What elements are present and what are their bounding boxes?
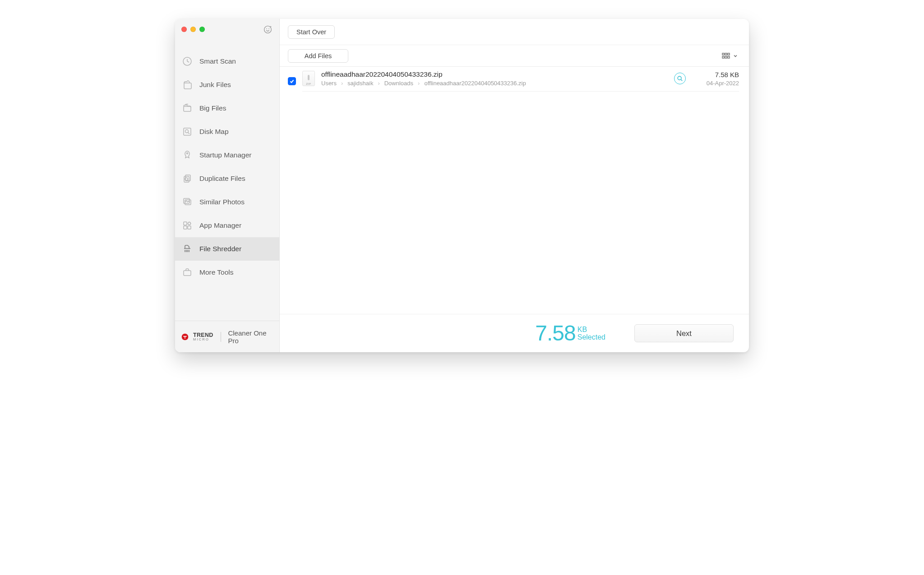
start-over-button[interactable]: Start Over (288, 25, 335, 39)
sidebar-item-label: Duplicate Files (199, 175, 245, 183)
next-button[interactable]: Next (634, 324, 734, 342)
svg-rect-17 (184, 271, 191, 276)
crumb: Users (321, 80, 337, 87)
list-toolbar: Add Files (280, 45, 749, 67)
file-size: 7.58 KB (692, 71, 739, 78)
sidebar-item-label: Startup Manager (199, 151, 251, 159)
view-mode-toggle[interactable] (719, 51, 741, 61)
svg-rect-15 (188, 226, 191, 229)
product-name: Cleaner One Pro (228, 329, 273, 345)
sidebar-item-startup-manager[interactable]: Startup Manager (175, 143, 279, 167)
selected-size-number: 7.58 (535, 322, 575, 344)
grid-view-icon (722, 53, 730, 59)
file-meta: 7.58 KB 04-Apr-2022 (692, 71, 739, 87)
disk-map-icon (181, 126, 193, 138)
svg-point-2 (268, 28, 269, 29)
sidebar-footer: TREND MICRO Cleaner One Pro (175, 321, 279, 352)
sidebar-item-smart-scan[interactable]: Smart Scan (175, 50, 279, 73)
svg-rect-13 (184, 222, 187, 225)
file-list: offlineaadhaar20220404050433236.zip User… (280, 67, 749, 314)
sidebar-nav: Smart Scan Junk Files Big Files Disk Map (175, 40, 279, 321)
chevron-right-icon: › (341, 80, 343, 87)
duplicate-files-icon (181, 173, 193, 184)
window-controls (181, 27, 205, 32)
crumb: sajidshaik (347, 80, 373, 87)
svg-point-25 (678, 76, 681, 80)
junk-files-icon (181, 79, 193, 91)
sidebar-item-duplicate-files[interactable]: Duplicate Files (175, 167, 279, 190)
close-window-button[interactable] (181, 27, 187, 32)
sidebar: Smart Scan Junk Files Big Files Disk Map (175, 19, 280, 352)
titlebar (175, 19, 279, 40)
sidebar-item-file-shredder[interactable]: File Shredder (175, 237, 279, 261)
svg-rect-5 (184, 128, 191, 135)
sidebar-item-junk-files[interactable]: Junk Files (175, 73, 279, 97)
footer-bar: 7.58 KB Selected Next (280, 314, 749, 352)
zip-file-icon (302, 71, 315, 86)
smart-scan-icon (181, 55, 193, 67)
file-info: offlineaadhaar20220404050433236.zip User… (321, 70, 668, 87)
brand-logo-icon (181, 333, 189, 340)
main-panel: Start Over Add Files (280, 19, 749, 352)
svg-rect-4 (184, 106, 191, 111)
selected-size-label: Selected (578, 334, 605, 341)
file-path-breadcrumb: Users › sajidshaik › Downloads › offline… (321, 80, 668, 87)
svg-point-7 (187, 153, 188, 154)
file-checkbox[interactable] (288, 77, 296, 85)
brand-text: TREND MICRO (193, 332, 213, 341)
reveal-in-finder-button[interactable] (674, 73, 686, 84)
selected-size: 7.58 KB Selected (535, 322, 605, 344)
svg-rect-22 (722, 56, 724, 58)
chevron-right-icon: › (418, 80, 420, 87)
svg-point-0 (264, 26, 271, 33)
sidebar-item-more-tools[interactable]: More Tools (175, 261, 279, 284)
svg-rect-14 (184, 226, 187, 229)
svg-point-16 (188, 222, 191, 225)
sidebar-item-label: File Shredder (199, 245, 241, 253)
sidebar-item-label: Big Files (199, 104, 226, 112)
more-tools-icon (181, 267, 193, 278)
app-manager-icon (181, 220, 193, 231)
selected-size-unit: KB (578, 326, 605, 334)
add-files-button[interactable]: Add Files (288, 49, 348, 63)
sidebar-item-label: App Manager (199, 221, 241, 230)
sidebar-item-label: Smart Scan (199, 57, 236, 65)
svg-point-1 (266, 28, 267, 29)
zoom-window-button[interactable] (199, 27, 205, 32)
sidebar-item-label: Junk Files (199, 81, 231, 89)
similar-photos-icon (181, 196, 193, 208)
svg-point-6 (185, 130, 189, 133)
svg-rect-24 (728, 56, 730, 58)
svg-rect-23 (725, 56, 727, 58)
svg-rect-19 (722, 53, 724, 55)
sidebar-item-label: Similar Photos (199, 198, 245, 206)
sidebar-item-similar-photos[interactable]: Similar Photos (175, 190, 279, 214)
svg-rect-21 (728, 53, 730, 55)
support-icon[interactable] (262, 24, 273, 35)
sidebar-item-disk-map[interactable]: Disk Map (175, 120, 279, 143)
top-toolbar: Start Over (280, 19, 749, 45)
app-window: Smart Scan Junk Files Big Files Disk Map (175, 19, 749, 352)
file-date: 04-Apr-2022 (692, 80, 739, 87)
brand-sub: MICRO (193, 338, 213, 341)
sidebar-item-big-files[interactable]: Big Files (175, 97, 279, 120)
chevron-right-icon: › (378, 80, 379, 87)
sidebar-item-label: Disk Map (199, 128, 229, 136)
chevron-down-icon (733, 53, 738, 59)
sidebar-item-app-manager[interactable]: App Manager (175, 214, 279, 237)
file-name: offlineaadhaar20220404050433236.zip (321, 70, 668, 78)
minimize-window-button[interactable] (190, 27, 196, 32)
sidebar-item-label: More Tools (199, 268, 234, 276)
file-shredder-icon (181, 243, 193, 255)
file-row[interactable]: offlineaadhaar20220404050433236.zip User… (280, 67, 749, 92)
startup-manager-icon (181, 149, 193, 161)
divider (221, 332, 221, 342)
svg-rect-20 (725, 53, 727, 55)
crumb: offlineaadhaar20220404050433236.zip (424, 80, 526, 87)
crumb: Downloads (384, 80, 413, 87)
big-files-icon (181, 102, 193, 114)
